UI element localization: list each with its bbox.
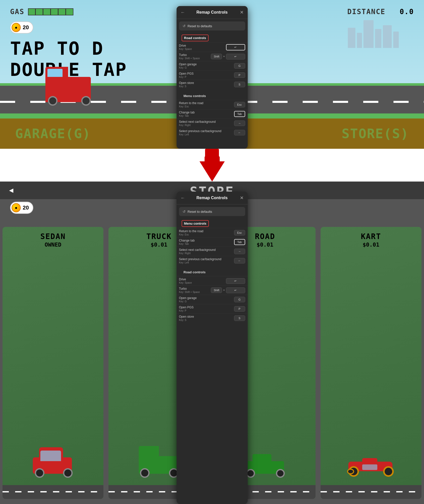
- key-button-g-bottom[interactable]: G: [234, 297, 245, 302]
- control-name-pgs-b: Open PGS: [179, 306, 194, 309]
- control-name-pgs: Open PGS: [179, 72, 194, 75]
- road-section-wrap-bottom: Road controls: [177, 265, 248, 276]
- modal-back-button[interactable]: ←: [181, 10, 187, 15]
- control-info-pgs: Open PGS Key: P: [179, 72, 194, 78]
- key-button-space-turbo[interactable]: ↵: [226, 54, 245, 60]
- control-name-drive-b: Drive: [179, 278, 192, 281]
- modal-back-button-bottom[interactable]: ←: [181, 195, 187, 201]
- menu-section-label-bottom: Menu controls: [182, 220, 209, 227]
- control-name-garage-b: Open garage: [179, 296, 197, 300]
- bottom-game-section: ◀ STORE ● 20 SEDAN OWNED T: [0, 182, 424, 504]
- control-row-turbo-top: Turbo Key: Shift + Space Shift + ↵: [177, 52, 248, 61]
- key-button-space-turbo-b[interactable]: ↵: [226, 287, 245, 293]
- control-info-drive: Drive Key: Space: [179, 44, 192, 50]
- key-button-esc-top[interactable]: Esc: [234, 102, 245, 107]
- control-info-return: Return to the road Key: Esc: [179, 101, 204, 108]
- control-name-next: Select next car/background: [179, 120, 216, 124]
- key-button-drive[interactable]: ↵: [226, 44, 245, 50]
- control-name-turbo-b: Turbo: [179, 287, 200, 290]
- menu-section-wrap-top: Menu controls: [177, 89, 248, 100]
- reset-icon-bottom: ↺: [183, 210, 186, 214]
- control-row-next-top: Select next car/background Key: Right →: [177, 118, 248, 128]
- control-key-prev: Key: Left: [179, 133, 221, 136]
- control-key-pgs: Key: P: [179, 76, 194, 78]
- key-button-drive-bottom[interactable]: ↵: [226, 278, 245, 284]
- key-button-s-top[interactable]: S: [234, 82, 245, 87]
- bottom-modal-overlay: ← Remap Controls ✕ ↺ Reset to defaults M…: [0, 192, 424, 504]
- key-button-right-bottom[interactable]: →: [234, 249, 245, 254]
- control-name-store-b: Open store: [179, 315, 194, 318]
- control-info-changetab: Change tab Key: Tab: [179, 111, 195, 117]
- modal-header-bottom: ← Remap Controls ✕: [177, 192, 248, 204]
- control-info-changetab-b: Change tab Key: Tab: [179, 239, 195, 245]
- control-name-turbo: Turbo: [179, 53, 200, 57]
- modal-close-button-top[interactable]: ✕: [238, 10, 244, 15]
- control-info-pgs-b: Open PGS Key: P: [179, 306, 194, 312]
- key-button-right-top[interactable]: →: [234, 121, 245, 126]
- control-key-next: Key: Right: [179, 124, 216, 127]
- remap-modal-bottom: ← Remap Controls ✕ ↺ Reset to defaults M…: [177, 192, 248, 504]
- control-info-turbo: Turbo Key: Shift + Space: [179, 53, 200, 60]
- turbo-keys-combo: Shift + ↵: [211, 54, 245, 60]
- control-key-return-b: Key: Esc: [179, 233, 204, 236]
- key-button-tab-top[interactable]: Tab: [234, 111, 245, 117]
- control-info-next-b: Select next car/background Key: Right: [179, 248, 216, 255]
- key-button-g-top[interactable]: G: [234, 63, 245, 69]
- control-row-pgs-top: Open PGS Key: P P: [177, 70, 248, 80]
- control-row-prev-top: Select previous car/background Key: Left…: [177, 128, 248, 137]
- key-button-shift-b[interactable]: Shift: [211, 287, 222, 293]
- control-info-prev: Select previous car/background Key: Left: [179, 129, 221, 136]
- menu-section-label-top: Menu controls: [182, 93, 208, 99]
- reset-defaults-button-top[interactable]: ↺ Reset to defaults: [179, 21, 245, 31]
- control-row-changetab-bottom: Change tab Key: Tab Tab: [177, 237, 248, 247]
- modal-close-button-bottom[interactable]: ✕: [238, 195, 244, 201]
- control-key-drive: Key: Space: [179, 48, 192, 50]
- control-key-changetab-b: Key: Tab: [179, 243, 195, 245]
- control-row-drive-bottom: Drive Key: Space ↵: [177, 276, 248, 285]
- modal-header-top: ← Remap Controls ✕: [177, 6, 248, 19]
- control-info-drive-b: Drive Key: Space: [179, 278, 192, 284]
- control-name-next-b: Select next car/background: [179, 248, 216, 252]
- control-info-return-b: Return to the road Key: Esc: [179, 229, 204, 236]
- key-button-p-bottom[interactable]: P: [234, 306, 245, 312]
- control-key-store-b: Key: S: [179, 319, 194, 321]
- control-name-changetab: Change tab: [179, 111, 195, 114]
- control-row-store-top: Open store Key: S S: [177, 80, 248, 89]
- top-game-section: GAS DISTANCE 0.0 ● 20 TAP TO D DOUBLE TA…: [0, 0, 424, 149]
- key-button-p-top[interactable]: P: [234, 72, 245, 78]
- control-row-return-bottom: Return to the road Key: Esc Esc: [177, 228, 248, 237]
- control-row-changetab-top: Change tab Key: Tab Tab: [177, 109, 248, 118]
- key-button-tab-bottom[interactable]: Tab: [234, 239, 245, 245]
- arrow-down-container: [200, 149, 225, 182]
- modal-title-bottom: Remap Controls: [187, 196, 238, 200]
- reset-defaults-button-bottom[interactable]: ↺ Reset to defaults: [179, 207, 245, 216]
- menu-section-wrap-bottom: Menu controls: [177, 216, 248, 228]
- control-key-return: Key: Esc: [179, 105, 204, 108]
- control-key-changetab: Key: Tab: [179, 114, 195, 117]
- control-name-return-b: Return to the road: [179, 229, 204, 233]
- key-button-left-top[interactable]: ←: [234, 130, 245, 135]
- control-row-next-bottom: Select next car/background Key: Right →: [177, 247, 248, 256]
- control-info-garage-b: Open garage Key: G: [179, 296, 197, 303]
- control-key-prev-b: Key: Left: [179, 261, 221, 264]
- road-section-label-top: Road controls: [182, 35, 209, 41]
- control-row-return-top: Return to the road Key: Esc Esc: [177, 100, 248, 109]
- reset-icon: ↺: [183, 24, 186, 28]
- control-info-store: Open store Key: S: [179, 81, 194, 88]
- road-section-wrap-top: Road controls: [177, 31, 248, 42]
- key-button-left-bottom[interactable]: ←: [234, 258, 245, 263]
- top-modal-overlay: ← Remap Controls ✕ ↺ Reset to defaults R…: [0, 6, 424, 149]
- plus-sign: +: [223, 55, 225, 58]
- key-button-esc-bottom[interactable]: Esc: [234, 230, 245, 235]
- control-key-turbo-b: Key: Shift + Space: [179, 291, 200, 293]
- control-key-turbo: Key: Shift + Space: [179, 57, 200, 60]
- arrow-head: [200, 161, 225, 182]
- control-name-return: Return to the road: [179, 101, 204, 105]
- modal-body-bottom: ↺ Reset to defaults Menu controls Return…: [177, 207, 248, 325]
- key-button-s-bottom[interactable]: S: [234, 315, 245, 321]
- control-key-garage: Key: G: [179, 66, 197, 69]
- control-row-garage-top: Open garage Key: G G: [177, 61, 248, 70]
- road-section-label-bottom: Road controls: [182, 269, 208, 275]
- key-button-shift[interactable]: Shift: [211, 54, 222, 59]
- control-key-next-b: Key: Right: [179, 252, 216, 255]
